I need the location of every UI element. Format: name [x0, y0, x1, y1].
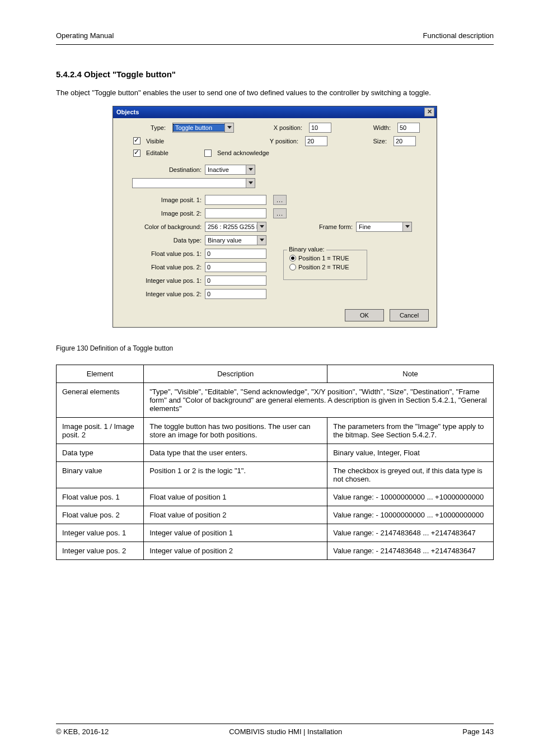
fv2-input[interactable] [205, 262, 266, 272]
sendack-checkbox[interactable] [204, 150, 212, 157]
footer-center: COMBIVIS studio HMI | Installation [229, 727, 342, 736]
table-row: Binary valuePosition 1 or 2 is the logic… [57, 461, 494, 488]
page-header: Operating Manual Functional description [56, 28, 494, 45]
description-table: Element Description Note General element… [56, 365, 494, 560]
visible-label: Visible [146, 138, 181, 144]
ypos-input[interactable] [305, 136, 327, 146]
dialog-window: Objects ✕ Type: Toggle button X position… [113, 106, 437, 328]
binary-legend: Binary value: [287, 246, 326, 253]
bg-label: Color of background: [121, 223, 205, 230]
fv1-input[interactable] [205, 249, 266, 259]
table-row: Image posit. 1 / Image posit. 2The toggl… [57, 417, 494, 444]
iv2-input[interactable] [205, 289, 266, 299]
img2-browse-button[interactable]: ... [273, 208, 287, 218]
width-input[interactable] [397, 123, 420, 133]
ok-button[interactable]: OK [345, 309, 384, 321]
ypos-label: Y position: [254, 138, 302, 144]
img1-input[interactable] [205, 195, 266, 205]
destination-value-select[interactable] [132, 178, 255, 188]
chevron-down-icon [224, 123, 233, 132]
dialog-screenshot: Objects ✕ Type: Toggle button X position… [113, 106, 437, 328]
header-left: Operating Manual [56, 31, 114, 40]
page-footer: © KEB, 2016-12 COMBIVIS studio HMI | Ins… [56, 724, 494, 736]
type-label: Type: [121, 124, 169, 131]
img1-browse-button[interactable]: ... [273, 195, 287, 205]
xpos-input[interactable] [309, 123, 331, 133]
binary-opt2-radio[interactable] [289, 264, 296, 270]
page: Operating Manual Functional description … [0, 0, 534, 756]
frame-select[interactable]: Fine [356, 222, 412, 232]
footer-right: Page 143 [462, 727, 494, 736]
table-row: Integer value pos. 1Integer value of pos… [57, 524, 494, 542]
type-select[interactable]: Toggle button [172, 123, 234, 133]
dialog-title: Objects [116, 109, 139, 115]
bg-select[interactable]: 256 : R255 G255 B255 [205, 222, 266, 232]
fv1-label: Float value pos. 1: [121, 250, 205, 257]
table-row: Float value pos. 1Float value of positio… [57, 488, 494, 506]
iv1-label: Integer value pos. 1: [121, 277, 205, 284]
destination-label: Destination: [121, 166, 205, 173]
binary-value-group: Binary value: Position 1 = TRUE Position… [283, 250, 367, 280]
binary-opt1-label: Position 1 = TRUE [298, 255, 349, 262]
chevron-down-icon [257, 222, 266, 231]
table-row: Data typeData type that the user enters.… [57, 444, 494, 461]
table-row: General elements"Type", "Visible", "Edit… [57, 382, 494, 417]
th-description: Description [144, 365, 327, 382]
th-element: Element [57, 365, 144, 382]
size-label: Size: [359, 138, 390, 144]
fv2-label: Float value pos. 2: [121, 264, 205, 270]
footer-left: © KEB, 2016-12 [56, 727, 109, 736]
destination-select[interactable]: Inactive [205, 165, 255, 175]
table-row: Integer value pos. 2Integer value of pos… [57, 542, 494, 559]
frame-label: Frame form: [294, 223, 356, 230]
xpos-label: X position: [257, 124, 306, 131]
img1-label: Image posit. 1: [121, 197, 205, 203]
table-row: Float value pos. 2Float value of positio… [57, 506, 494, 524]
size-input[interactable] [394, 136, 416, 146]
visible-checkbox[interactable] [133, 137, 140, 144]
iv1-input[interactable] [205, 276, 266, 286]
dtype-select[interactable]: Binary value [205, 235, 266, 245]
section-title: 5.4.2.4 Object "Toggle button" [56, 69, 494, 79]
iv2-label: Integer value pos. 2: [121, 291, 205, 297]
img2-input[interactable] [205, 208, 266, 218]
titlebar: Objects ✕ [113, 106, 437, 118]
binary-opt1-radio[interactable] [289, 255, 296, 262]
binary-opt2-label: Position 2 = TRUE [298, 264, 349, 270]
cancel-button[interactable]: Cancel [390, 309, 429, 321]
editable-label: Editable [146, 150, 181, 156]
th-note: Note [327, 365, 494, 382]
chevron-down-icon [246, 179, 255, 188]
dtype-label: Data type: [121, 237, 205, 244]
intro-text: The object "Toggle button" enables the u… [56, 88, 494, 98]
chevron-down-icon [246, 165, 255, 174]
img2-label: Image posit. 2: [121, 210, 205, 217]
editable-checkbox[interactable] [133, 150, 140, 157]
chevron-down-icon [402, 222, 411, 231]
sendack-label: Send acknowledge [217, 150, 269, 156]
figure-label: Figure 130 Definition of a Toggle button [56, 344, 494, 352]
close-icon[interactable]: ✕ [424, 108, 434, 116]
chevron-down-icon [257, 236, 266, 245]
header-right: Functional description [423, 31, 494, 40]
width-label: Width: [363, 124, 394, 131]
